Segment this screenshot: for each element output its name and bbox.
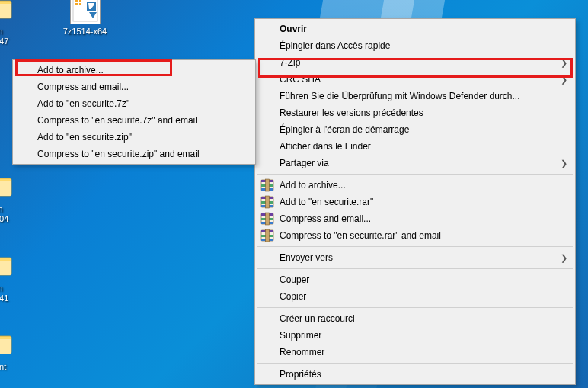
folder-icon [0, 329, 14, 360]
main_menu-separator [257, 174, 573, 175]
menu-item-label: CRC SHA [280, 74, 321, 85]
menu-item-label: Führen Sie die Überprüfung mit Windows D… [280, 91, 520, 101]
menu-item-label: Créer un raccourci [280, 313, 355, 324]
menu-item-label: Add to "en securite.7z" [37, 98, 129, 109]
sub_menu-item-0[interactable]: Add to archive... [14, 62, 254, 79]
main_menu-item-8[interactable]: Partager via❯ [257, 155, 574, 172]
desktop-icon-0[interactable]: 7z1514-x64 [56, 0, 113, 37]
desktop-icon-2[interactable]: an57.04 [0, 172, 27, 224]
main_menu-item-21[interactable]: Supprimer [257, 327, 574, 344]
main_menu-item-7[interactable]: Afficher dans le Finder [257, 138, 574, 155]
menu-item-label: Partager via [280, 158, 329, 168]
main_menu-item-11[interactable]: Add to "en securite.rar" [257, 194, 574, 210]
menu-item-label: Épingler dans Accès rapide [280, 40, 390, 51]
menu-item-label: Compress to "en securite.zip" and email [37, 149, 200, 159]
chevron-right-icon: ❯ [561, 75, 567, 85]
menu-item-label: Add to "en securite.rar" [280, 197, 373, 207]
menu-item-label: Add to "en securite.zip" [37, 132, 132, 143]
main_menu-item-12[interactable]: Compress and email... [257, 210, 574, 227]
rar-icon [260, 195, 274, 209]
desktop-icon-label: 7z1514-x64 [56, 27, 113, 37]
main_menu-item-15[interactable]: Envoyer vers❯ [257, 249, 574, 266]
menu-item-label: Renommer [280, 347, 324, 358]
main_menu-separator [257, 268, 573, 269]
chevron-right-icon: ❯ [561, 159, 567, 168]
main_menu-item-17[interactable]: Couper [257, 271, 574, 288]
desktop-icon-label: nent [0, 362, 27, 372]
sub_menu-item-4[interactable]: Add to "en securite.zip" [14, 129, 254, 146]
menu-item-label: Ouvrir [280, 24, 307, 34]
sub_menu-item-3[interactable]: Compress to "en securite.7z" and email [14, 112, 254, 129]
folder-icon [0, 251, 14, 281]
main_menu-item-3[interactable]: CRC SHA❯ [257, 71, 574, 88]
menu-item-label: Propriétés [280, 369, 321, 380]
rar-icon [260, 229, 274, 242]
menu-item-label: Afficher dans le Finder [280, 141, 371, 152]
rar-icon [260, 212, 274, 226]
desktop-icon-label: an51.47 [0, 27, 27, 46]
menu-item-label: Add to archive... [37, 65, 104, 75]
main_menu-separator [257, 307, 573, 308]
sub_menu-item-5[interactable]: Compress to "en securite.zip" and email [14, 146, 254, 162]
menu-item-label: Compress and email... [37, 82, 129, 92]
menu-item-label: Compress to "en securite.rar" and email [280, 230, 441, 241]
main_menu-item-5[interactable]: Restaurer les versions précédentes [257, 104, 574, 121]
rar-icon [260, 178, 274, 192]
menu-item-label: 7-Zip [280, 57, 300, 68]
context-menu-7zip: Add to archive...Compress and email...Ad… [12, 59, 256, 165]
main_menu-item-13[interactable]: Compress to "en securite.rar" and email [257, 227, 574, 244]
menu-item-label: Supprimer [280, 330, 321, 341]
desktop-icon-3[interactable]: an57.41 [0, 251, 27, 303]
main_menu-item-20[interactable]: Créer un raccourci [257, 310, 574, 327]
menu-item-label: Copier [280, 291, 306, 302]
main_menu-item-10[interactable]: Add to archive... [257, 177, 574, 194]
main_menu-item-1[interactable]: Épingler dans Accès rapide [257, 37, 574, 54]
7z-installer-icon [70, 0, 101, 24]
main_menu-separator [257, 246, 573, 247]
main_menu-item-4[interactable]: Führen Sie die Überprüfung mit Windows D… [257, 88, 574, 104]
main_menu-item-6[interactable]: Épingler à l'écran de démarrage [257, 121, 574, 138]
main_menu-item-22[interactable]: Renommer [257, 344, 574, 361]
main_menu-item-0[interactable]: Ouvrir [257, 21, 574, 37]
main_menu-item-18[interactable]: Copier [257, 288, 574, 305]
chevron-right-icon: ❯ [561, 253, 567, 263]
menu-item-label: Compress to "en securite.7z" and email [37, 115, 197, 126]
sub_menu-item-2[interactable]: Add to "en securite.7z" [14, 95, 254, 112]
menu-item-label: Restaurer les versions précédentes [280, 107, 423, 118]
desktop-icon-label: an57.41 [0, 284, 27, 303]
menu-item-label: Épingler à l'écran de démarrage [280, 124, 409, 135]
menu-item-label: Envoyer vers [280, 252, 333, 263]
desktop-icon-4[interactable]: nent [0, 329, 27, 372]
menu-item-label: Couper [280, 274, 309, 285]
menu-item-label: Add to archive... [280, 180, 346, 191]
main_menu-item-2[interactable]: 7-Zip❯ [257, 54, 574, 71]
chevron-right-icon: ❯ [561, 58, 567, 68]
desktop-icon-1[interactable]: an51.47 [0, 0, 27, 46]
menu-item-label: Compress and email... [280, 213, 371, 224]
context-menu-main: OuvrirÉpingler dans Accès rapide7-Zip❯CR… [254, 18, 576, 385]
folder-icon [0, 0, 14, 24]
desktop-icon-label: an57.04 [0, 204, 27, 224]
main_menu-item-24[interactable]: Propriétés [257, 366, 574, 383]
folder-icon [0, 172, 14, 202]
main_menu-separator [257, 363, 573, 364]
sub_menu-item-1[interactable]: Compress and email... [14, 79, 254, 95]
